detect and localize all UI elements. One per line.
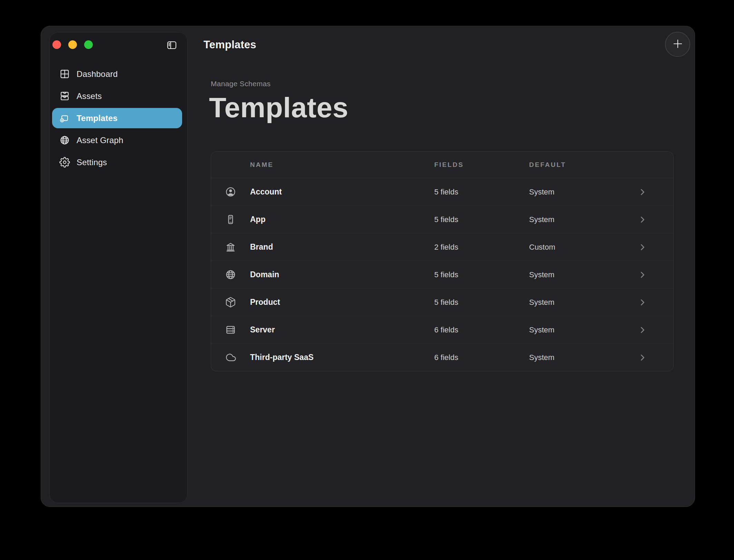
table-header: NAME FIELDS DEFAULT xyxy=(211,152,673,178)
template-fields: 6 fields xyxy=(434,326,529,334)
grid-icon xyxy=(59,69,70,79)
person-circle-icon xyxy=(225,186,236,198)
template-name: Domain xyxy=(250,270,434,279)
server-rack-icon xyxy=(225,324,236,336)
traffic-lights xyxy=(52,40,93,49)
template-name: App xyxy=(250,215,434,224)
template-name: Brand xyxy=(250,242,434,252)
template-default: Custom xyxy=(529,243,673,252)
bank-columns-icon xyxy=(225,241,236,253)
chevron-right-icon xyxy=(638,353,647,362)
sidebar: DashboardAssetsTemplatesAsset GraphSetti… xyxy=(49,32,188,503)
globe-icon xyxy=(225,269,236,280)
template-fields: 5 fields xyxy=(434,215,529,224)
chevron-right-icon xyxy=(638,298,647,307)
page-title: Templates xyxy=(209,92,348,123)
page-subtitle: Manage Schemas xyxy=(211,79,270,88)
add-template-button[interactable] xyxy=(665,32,690,57)
sidebar-item-assets[interactable]: Assets xyxy=(52,86,182,106)
sidebar-item-label: Settings xyxy=(77,158,107,167)
template-name: Server xyxy=(250,325,434,334)
minimize-window-button[interactable] xyxy=(68,40,77,49)
template-default: System xyxy=(529,188,673,197)
table-body: Account5 fieldsSystemApp5 fieldsSystemBr… xyxy=(211,178,673,371)
chevron-right-icon xyxy=(638,325,647,334)
table-row[interactable]: App5 fieldsSystem xyxy=(211,206,673,233)
sidebar-item-templates[interactable]: Templates xyxy=(52,108,182,128)
template-fields: 5 fields xyxy=(434,270,529,279)
template-fields: 5 fields xyxy=(434,188,529,197)
template-name: Account xyxy=(250,187,434,197)
table-row[interactable]: Server6 fieldsSystem xyxy=(211,316,673,343)
app-window: DashboardAssetsTemplatesAsset GraphSetti… xyxy=(41,26,695,507)
cloud-icon xyxy=(225,352,236,363)
sidebar-item-label: Dashboard xyxy=(77,69,118,79)
table-row[interactable]: Third-party SaaS6 fieldsSystem xyxy=(211,343,673,371)
table-row[interactable]: Product5 fieldsSystem xyxy=(211,288,673,316)
column-header-fields: FIELDS xyxy=(434,161,529,169)
sidebar-item-asset-graph[interactable]: Asset Graph xyxy=(52,130,182,150)
sidebar-item-label: Templates xyxy=(77,113,118,123)
chevron-right-icon xyxy=(638,270,647,279)
table-row[interactable]: Domain5 fieldsSystem xyxy=(211,261,673,288)
package-box-icon xyxy=(225,297,236,308)
template-plus-icon xyxy=(59,113,70,123)
sidebar-item-label: Assets xyxy=(77,91,102,101)
template-fields: 5 fields xyxy=(434,298,529,307)
tray-stack-icon xyxy=(59,91,70,101)
phone-apps-icon xyxy=(225,214,236,225)
sidebar-item-settings[interactable]: Settings xyxy=(52,152,182,172)
globe-icon xyxy=(59,135,70,146)
chevron-right-icon xyxy=(638,187,647,197)
sidebar-nav: DashboardAssetsTemplatesAsset GraphSetti… xyxy=(52,64,182,174)
template-fields: 6 fields xyxy=(434,353,529,362)
sidebar-item-label: Asset Graph xyxy=(77,136,123,145)
chevron-right-icon xyxy=(638,215,647,224)
gear-icon xyxy=(59,157,70,168)
close-window-button[interactable] xyxy=(52,40,61,49)
template-default: System xyxy=(529,353,673,362)
column-header-default: DEFAULT xyxy=(529,161,673,169)
sidebar-item-dashboard[interactable]: Dashboard xyxy=(52,64,182,84)
template-fields: 2 fields xyxy=(434,243,529,252)
table-row[interactable]: Brand2 fieldsCustom xyxy=(211,233,673,261)
template-name: Third-party SaaS xyxy=(250,353,434,362)
template-name: Product xyxy=(250,298,434,307)
window-title: Templates xyxy=(204,39,256,51)
plus-icon xyxy=(672,38,684,51)
template-default: System xyxy=(529,298,673,307)
column-header-name: NAME xyxy=(250,161,434,169)
table-row[interactable]: Account5 fieldsSystem xyxy=(211,178,673,206)
sidebar-toggle-icon[interactable] xyxy=(164,39,179,51)
zoom-window-button[interactable] xyxy=(84,40,93,49)
templates-table: NAME FIELDS DEFAULT Account5 fieldsSyste… xyxy=(211,151,674,371)
template-default: System xyxy=(529,270,673,279)
template-default: System xyxy=(529,326,673,334)
template-default: System xyxy=(529,215,673,224)
chevron-right-icon xyxy=(638,242,647,252)
